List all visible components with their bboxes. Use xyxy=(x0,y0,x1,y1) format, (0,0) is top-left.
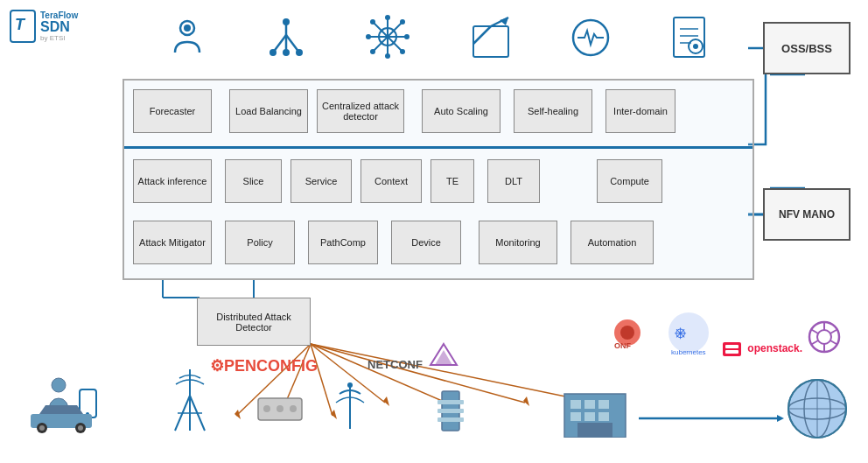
svg-rect-88 xyxy=(598,412,609,421)
service-box: Service xyxy=(290,159,352,203)
svg-point-34 xyxy=(283,18,290,25)
svg-point-50 xyxy=(370,49,375,54)
logo-sub: by ETSI xyxy=(40,34,78,42)
svg-point-48 xyxy=(400,49,405,54)
svg-point-49 xyxy=(400,19,405,25)
svg-point-43 xyxy=(385,15,390,20)
aperture-icon xyxy=(807,319,842,358)
arrow-icon xyxy=(469,13,513,68)
openstack-label: openstack. xyxy=(721,340,802,358)
logo-icon: T xyxy=(9,9,37,44)
svg-line-108 xyxy=(830,330,837,334)
nfv-mano-box: NFV MANO xyxy=(763,188,850,241)
svg-point-75 xyxy=(263,405,270,412)
globe-icon xyxy=(785,376,850,445)
document-icon xyxy=(669,13,709,68)
svg-line-109 xyxy=(830,340,837,345)
svg-marker-23 xyxy=(523,396,529,406)
router-icon xyxy=(254,385,306,432)
svg-point-76 xyxy=(276,405,284,412)
auto-scaling-box: Auto Scaling xyxy=(422,89,500,133)
pathcomp-box: PathComp xyxy=(308,221,378,264)
svg-point-37 xyxy=(296,49,303,56)
openstack-logo: openstack. xyxy=(721,340,802,358)
context-box: Context xyxy=(360,159,422,203)
svg-point-36 xyxy=(283,49,290,56)
svg-point-69 xyxy=(78,425,83,431)
svg-point-106 xyxy=(817,330,831,344)
svg-marker-18 xyxy=(234,410,241,419)
te-box: TE xyxy=(430,159,474,203)
netconf-label: NETCONF xyxy=(368,358,423,371)
svg-rect-86 xyxy=(570,412,581,421)
attack-mitigator-box: Attack Mitigator xyxy=(133,221,212,264)
top-icons-row xyxy=(140,13,737,68)
svg-rect-84 xyxy=(584,400,595,409)
svg-point-62 xyxy=(52,378,66,392)
attack-inference-box: Attack inference xyxy=(133,159,212,203)
svg-rect-83 xyxy=(570,400,581,409)
cell-tower-icon xyxy=(171,365,210,438)
svg-point-61 xyxy=(693,44,698,49)
svg-rect-85 xyxy=(598,400,609,409)
netconf-icon xyxy=(429,341,459,375)
policy-box: Policy xyxy=(225,221,295,264)
svg-point-30 xyxy=(184,25,191,32)
svg-text:ONF: ONF xyxy=(614,341,632,350)
nfv-mano-label: NFV MANO xyxy=(779,208,835,221)
inter-domain-box: Inter-domain xyxy=(606,89,676,133)
openconfig-logo: ⚙PENCONFIG xyxy=(210,356,318,375)
svg-line-52 xyxy=(473,26,491,44)
logo: T TeraFlow SDN by ETSI xyxy=(9,9,114,44)
virus-icon xyxy=(364,13,412,68)
kubernetes-logo: ⎈ kubernetes xyxy=(667,311,710,362)
svg-point-116 xyxy=(347,382,353,388)
automation-box: Automation xyxy=(570,221,654,264)
svg-rect-79 xyxy=(438,400,464,404)
svg-rect-51 xyxy=(473,26,508,57)
svg-rect-80 xyxy=(438,409,464,413)
device-box: Device xyxy=(391,221,461,264)
svg-point-46 xyxy=(404,34,410,39)
svg-point-67 xyxy=(39,425,45,431)
svg-line-13 xyxy=(311,344,332,416)
horizontal-connector xyxy=(124,146,752,149)
centralized-attack-box: Centralized attack detector xyxy=(317,89,404,133)
svg-marker-21 xyxy=(383,396,389,406)
svg-rect-89 xyxy=(578,423,612,438)
distributed-detector-label: Distributed Attack Detector xyxy=(200,312,307,333)
svg-point-45 xyxy=(366,34,371,39)
svg-text:T: T xyxy=(15,16,26,33)
dlt-box: DLT xyxy=(487,159,540,203)
load-balancing-box: Load Balancing xyxy=(229,89,308,133)
svg-text:⎈: ⎈ xyxy=(675,321,687,343)
svg-rect-103 xyxy=(725,345,738,348)
main-services-container: Forecaster Load Balancing Centralized at… xyxy=(122,79,754,280)
svg-line-112 xyxy=(811,330,818,334)
distributed-attack-detector-box: Distributed Attack Detector xyxy=(197,298,311,346)
compute-box: Compute xyxy=(597,159,662,203)
user-icon xyxy=(168,16,207,67)
svg-point-77 xyxy=(290,405,297,412)
datacenter-icon xyxy=(560,381,630,441)
svg-point-47 xyxy=(370,19,375,25)
svg-point-97 xyxy=(620,326,634,340)
slice-box: Slice xyxy=(225,159,282,203)
svg-rect-87 xyxy=(584,412,595,421)
optical-icon xyxy=(429,382,472,438)
oss-bss-label: OSS/BSS xyxy=(781,42,832,55)
car-icon xyxy=(26,398,96,437)
sdn-label: SDN xyxy=(40,20,78,34)
health-icon xyxy=(569,13,612,68)
svg-point-44 xyxy=(385,53,390,59)
svg-rect-104 xyxy=(725,350,738,354)
svg-line-111 xyxy=(811,340,818,345)
onf-logo: ONF xyxy=(606,315,649,354)
svg-rect-81 xyxy=(438,417,464,422)
network-icon xyxy=(264,13,308,68)
svg-point-35 xyxy=(270,49,276,56)
forecaster-box: Forecaster xyxy=(133,89,212,133)
wireless-tower-icon xyxy=(332,376,368,437)
monitoring-box: Monitoring xyxy=(479,221,557,264)
svg-line-15 xyxy=(311,344,446,403)
